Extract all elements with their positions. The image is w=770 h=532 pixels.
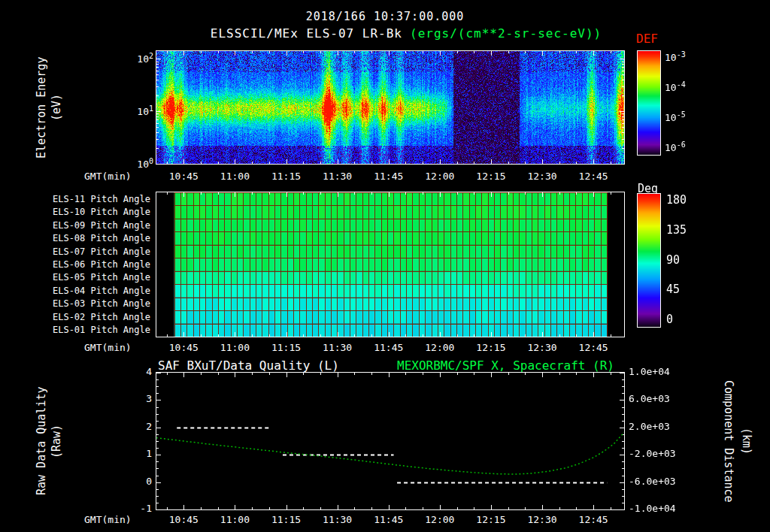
- time-tick-label: 10:45: [169, 171, 199, 182]
- gmt-axis-label: GMT(min): [84, 171, 132, 182]
- time-tick-label: 12:45: [579, 514, 608, 525]
- spectrogram-ytick: 102: [119, 52, 153, 65]
- time-tick-label: 12:30: [527, 514, 556, 525]
- plot-title: ELSSCIL/MEx ELS-07 LR-Bk(ergs/(cm**2-sr-…: [42, 26, 770, 41]
- pitch-row-label: ELS-06 Pitch Angle: [45, 259, 150, 270]
- def-colorbar-tick: 10-3: [665, 50, 686, 63]
- pitch-row-label: ELS-04 Pitch Angle: [45, 286, 150, 296]
- deg-colorbar-tick: 180: [666, 193, 687, 207]
- line-ylabel-right: Component Distance: [722, 373, 735, 509]
- line-ytick-left: 1: [132, 448, 152, 459]
- spectrogram-ylabel-units: (eV): [50, 51, 63, 164]
- time-tick-label: 11:00: [220, 171, 250, 182]
- line-title-left: SAF_BXuT/Data Quality (L): [158, 358, 339, 373]
- time-tick-label: 11:30: [323, 342, 352, 353]
- line-ytick-left: 3: [132, 393, 152, 404]
- time-tick-label: 10:45: [169, 342, 199, 353]
- line-ytick-left: 0: [132, 476, 152, 487]
- line-plot-canvas: [156, 372, 625, 510]
- plot-title-instrument: ELSSCIL/MEx ELS-07 LR-Bk: [211, 26, 402, 41]
- line-ytick-right: -1.0e+04: [629, 503, 676, 514]
- line-ytick-right: -2.0e+03: [629, 448, 676, 459]
- pitch-angle-canvas: [156, 192, 625, 337]
- line-ytick-right: 2.0e+03: [629, 421, 670, 432]
- line-ytick-left: 2: [132, 421, 152, 432]
- deg-colorbar: [637, 193, 661, 328]
- line-ytick-right: 1.0e+04: [629, 366, 670, 377]
- line-ylabel-left: Raw Data Quality: [35, 373, 48, 509]
- pitch-row-label: ELS-07 Pitch Angle: [45, 246, 150, 257]
- line-ylabel-left-units: (Raw): [50, 373, 63, 509]
- deg-colorbar-tick: 45: [666, 283, 680, 296]
- time-tick-label: 11:00: [220, 342, 250, 353]
- line-ytick-left: -1: [132, 503, 152, 514]
- time-tick-label: 12:45: [579, 171, 608, 182]
- pitch-row-label: ELS-10 Pitch Angle: [45, 207, 150, 217]
- time-tick-label: 11:15: [271, 171, 301, 182]
- line-ytick-right: 6.0e+03: [629, 393, 670, 404]
- gmt-axis-label: GMT(min): [84, 514, 132, 525]
- time-tick-label: 12:00: [425, 514, 454, 525]
- def-colorbar: [637, 50, 661, 156]
- time-tick-label: 10:45: [169, 514, 199, 525]
- time-tick-label: 12:15: [476, 342, 505, 353]
- time-tick-label: 11:45: [374, 342, 403, 353]
- time-tick-label: 12:15: [476, 171, 505, 182]
- pitch-row-label: ELS-08 Pitch Angle: [45, 233, 150, 243]
- time-tick-label: 12:45: [579, 342, 608, 353]
- pitch-row-label: ELS-05 Pitch Angle: [45, 272, 150, 283]
- deg-colorbar-tick: 135: [666, 223, 687, 237]
- time-tick-label: 11:15: [271, 514, 301, 525]
- spectrogram-ylabel: Electron Energy: [35, 51, 48, 164]
- time-tick-label: 12:30: [527, 342, 556, 353]
- time-tick-label: 11:45: [374, 171, 403, 182]
- spectrogram-canvas: [156, 50, 625, 165]
- line-ytick-left: 4: [132, 366, 152, 377]
- def-colorbar-tick: 10-5: [665, 110, 686, 123]
- deg-colorbar-tick: 90: [666, 253, 680, 267]
- time-tick-label: 11:00: [220, 514, 250, 525]
- els-summary-plot-page: 2018/166 10:37:00.000 ELSSCIL/MEx ELS-07…: [0, 0, 770, 532]
- spectrogram-ytick: 100: [119, 157, 153, 170]
- def-colorbar-tick: 10-6: [665, 141, 686, 153]
- plot-title-units: (ergs/(cm**2-sr-sec-eV)): [410, 26, 602, 41]
- def-colorbar-title: DEF: [636, 32, 658, 46]
- plot-datetime: 2018/166 10:37:00.000: [0, 10, 770, 23]
- time-tick-label: 11:45: [374, 514, 403, 525]
- time-tick-label: 11:15: [271, 342, 301, 353]
- pitch-row-label: ELS-01 Pitch Angle: [45, 325, 150, 335]
- def-colorbar-tick: 10-4: [665, 80, 686, 93]
- spectrogram-ytick: 101: [119, 104, 153, 117]
- pitch-row-label: ELS-09 Pitch Angle: [45, 220, 150, 231]
- line-title-right: MEXORBMC/SPF X, Spacecraft (R): [397, 358, 614, 373]
- pitch-row-label: ELS-03 Pitch Angle: [45, 298, 150, 309]
- time-tick-label: 12:00: [425, 171, 454, 182]
- pitch-row-label: ELS-02 Pitch Angle: [45, 312, 150, 322]
- time-tick-label: 11:30: [323, 171, 352, 182]
- pitch-row-label: ELS-11 Pitch Angle: [45, 194, 150, 204]
- line-ylabel-right-units: (km): [740, 373, 753, 509]
- deg-colorbar-tick: 0: [666, 313, 673, 326]
- time-tick-label: 12:30: [527, 171, 556, 182]
- line-ytick-right: -6.0e+03: [629, 476, 676, 487]
- gmt-axis-label: GMT(min): [84, 342, 132, 353]
- time-tick-label: 12:00: [425, 342, 454, 353]
- time-tick-label: 11:30: [323, 514, 352, 525]
- time-tick-label: 12:15: [476, 514, 505, 525]
